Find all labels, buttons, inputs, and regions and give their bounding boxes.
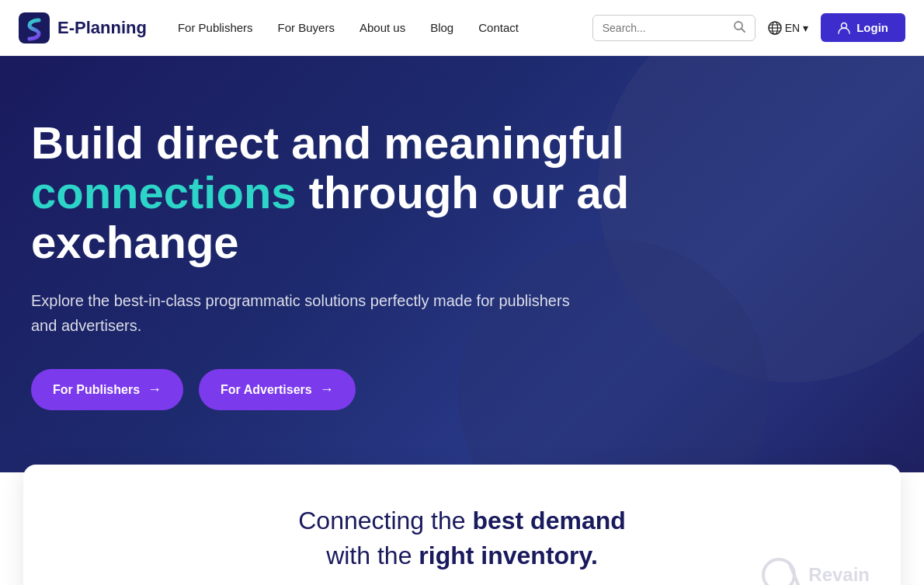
- arrow-icon-2: →: [320, 381, 334, 398]
- hero-title-highlight: connections: [31, 167, 297, 218]
- for-publishers-label: For Publishers: [53, 383, 140, 397]
- for-advertisers-button[interactable]: For Advertisers →: [199, 369, 356, 410]
- banner-text-part2: with the: [326, 541, 412, 569]
- search-area: [592, 15, 756, 41]
- globe-icon: [768, 21, 782, 35]
- banner-text-part1: Connecting the: [298, 507, 465, 535]
- hero-title-part1: Build direct and meaningful: [31, 117, 624, 168]
- chevron-down-icon: ▾: [803, 22, 808, 34]
- revain-watermark: Revain: [760, 553, 870, 585]
- nav-contact[interactable]: Contact: [478, 21, 519, 34]
- logo-icon: [19, 12, 50, 44]
- revain-text: Revain: [808, 564, 870, 585]
- navbar: E-Planning For Publishers For Buyers Abo…: [0, 0, 924, 56]
- login-label: Login: [856, 21, 888, 34]
- for-advertisers-label: For Advertisers: [221, 383, 312, 397]
- logo-text: E-Planning: [57, 18, 147, 38]
- svg-line-2: [742, 29, 745, 32]
- banner-text: Connecting the best demand with the righ…: [54, 503, 870, 573]
- hero-section: Build direct and meaningful connections …: [0, 56, 924, 472]
- banner-bold1: best demand: [472, 507, 625, 535]
- user-icon: [838, 22, 850, 34]
- banner-bold2: right inventory.: [419, 541, 598, 569]
- connecting-banner: Connecting the best demand with the righ…: [23, 465, 901, 585]
- login-button[interactable]: Login: [821, 13, 905, 42]
- language-selector[interactable]: EN ▾: [768, 21, 808, 35]
- nav-links: For Publishers For Buyers About us Blog …: [178, 21, 592, 34]
- hero-subtitle: Explore the best-in-class programmatic s…: [31, 288, 575, 338]
- nav-for-buyers[interactable]: For Buyers: [278, 21, 335, 34]
- arrow-icon: →: [148, 381, 162, 398]
- hero-buttons: For Publishers → For Advertisers →: [31, 369, 730, 410]
- search-input[interactable]: [603, 22, 727, 34]
- revain-icon: [760, 553, 804, 585]
- logo[interactable]: E-Planning: [19, 12, 147, 44]
- hero-content: Build direct and meaningful connections …: [31, 118, 730, 410]
- nav-about-us[interactable]: About us: [360, 21, 405, 34]
- for-publishers-button[interactable]: For Publishers →: [31, 369, 183, 410]
- lang-label: EN: [785, 22, 800, 34]
- hero-title: Build direct and meaningful connections …: [31, 118, 730, 266]
- nav-blog[interactable]: Blog: [430, 21, 453, 34]
- search-icon: [733, 20, 745, 36]
- nav-for-publishers[interactable]: For Publishers: [178, 21, 253, 34]
